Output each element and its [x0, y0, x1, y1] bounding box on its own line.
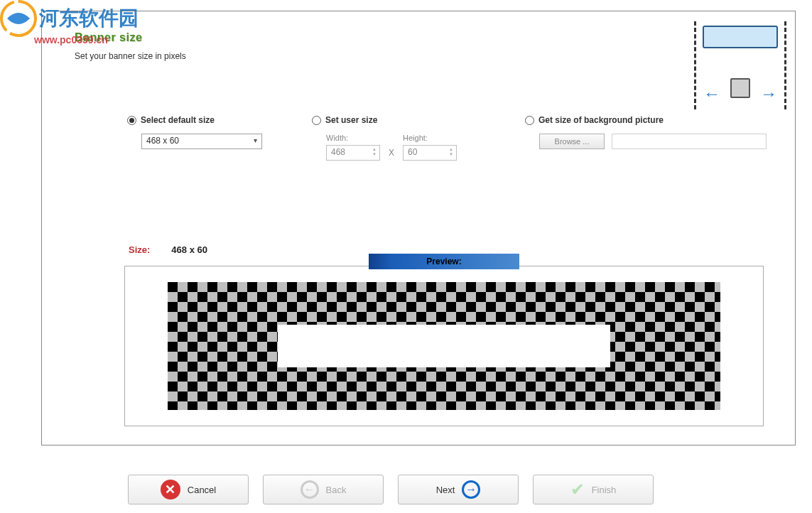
arrow-right-circle-icon: →: [462, 480, 480, 499]
height-input[interactable]: 60 ▲▼: [403, 145, 457, 161]
back-button[interactable]: ← Back: [263, 475, 384, 504]
size-label: Size:: [129, 244, 150, 255]
option-default-size: Select default size 468 x 60: [127, 115, 312, 161]
arrow-left-icon: ←: [703, 84, 720, 104]
arrow-right-icon: →: [760, 84, 777, 104]
check-circle-icon: ✔: [570, 480, 585, 500]
height-spinner-icon[interactable]: ▲▼: [448, 147, 455, 158]
height-value: 60: [408, 147, 417, 157]
back-label: Back: [326, 485, 347, 495]
finish-button[interactable]: ✔ Finish: [533, 475, 654, 504]
cancel-button[interactable]: ✕ Cancel: [128, 475, 249, 504]
next-button[interactable]: Next →: [398, 475, 519, 504]
default-size-select[interactable]: 468 x 60: [141, 134, 262, 149]
header-area: Banner size Set your banner size in pixe…: [75, 31, 186, 61]
nav-row: ✕ Cancel ← Back Next → ✔ Finish: [128, 475, 654, 504]
size-value: 468 x 60: [171, 244, 207, 255]
options-row: Select default size 468 x 60 Set user si…: [127, 115, 767, 161]
browse-label: Browse ...: [555, 137, 590, 146]
background-path-input[interactable]: [612, 134, 767, 149]
preview-label: Preview:: [369, 254, 519, 269]
dimension-separator: X: [389, 148, 394, 161]
finish-label: Finish: [592, 485, 617, 495]
radio-icon: [525, 116, 534, 125]
arrow-left-circle-icon: ←: [301, 480, 319, 499]
radio-background-picture[interactable]: Get size of background picture: [525, 115, 767, 125]
radio-default-size[interactable]: Select default size: [127, 115, 312, 125]
radio-user-label: Set user size: [325, 115, 377, 125]
preview-panel: Preview:: [124, 266, 764, 426]
width-label: Width:: [326, 134, 380, 142]
option-user-size: Set user size Width: 468 ▲▼ X Height: 60…: [312, 115, 489, 161]
width-value: 468: [331, 147, 345, 157]
main-panel: Banner size Set your banner size in pixe…: [41, 11, 796, 446]
page-subtitle: Set your banner size in pixels: [75, 51, 186, 61]
page-title: Banner size: [75, 31, 186, 44]
preview-banner: [278, 325, 610, 367]
default-size-value: 468 x 60: [146, 136, 179, 146]
watermark-logo-icon: [0, 0, 37, 37]
radio-icon: [312, 116, 321, 125]
svg-point-0: [1, 1, 36, 36]
cancel-label: Cancel: [188, 485, 216, 495]
next-label: Next: [436, 485, 455, 495]
size-diagram: ← →: [694, 21, 786, 109]
diagram-square-icon: [730, 78, 750, 98]
height-label: Height:: [403, 134, 457, 142]
option-background-picture: Get size of background picture Browse ..…: [525, 115, 767, 161]
diagram-banner-icon: [703, 26, 778, 48]
radio-icon: [127, 116, 136, 125]
preview-checker-area: [168, 282, 720, 410]
size-display: Size: 468 x 60: [129, 244, 207, 255]
width-spinner-icon[interactable]: ▲▼: [371, 147, 378, 158]
browse-button[interactable]: Browse ...: [539, 134, 605, 149]
width-input[interactable]: 468 ▲▼: [326, 145, 380, 161]
radio-background-label: Get size of background picture: [538, 115, 664, 125]
radio-default-label: Select default size: [141, 115, 215, 125]
radio-user-size[interactable]: Set user size: [312, 115, 489, 125]
cancel-icon: ✕: [161, 480, 180, 500]
